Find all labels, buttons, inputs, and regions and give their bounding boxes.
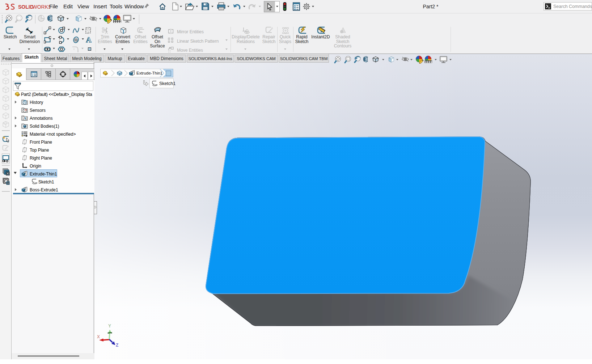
svg-text:WORKS: WORKS <box>33 4 51 10</box>
svg-text:Z: Z <box>116 343 118 348</box>
svg-text:Y: Y <box>108 323 111 329</box>
svg-text:X: X <box>97 334 100 339</box>
svg-text:SOLID: SOLID <box>18 4 34 10</box>
